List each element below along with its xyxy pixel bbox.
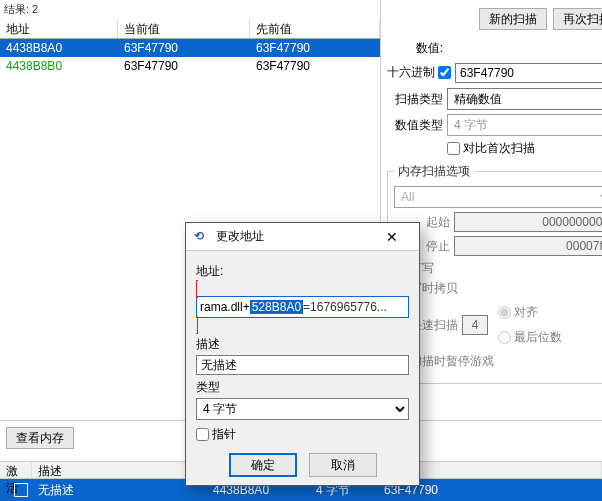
- dialog-title: 更改地址: [216, 228, 373, 245]
- pause-label: 扫描时暂停游戏: [410, 353, 494, 370]
- address-label: 地址:: [196, 263, 409, 280]
- hex-label: 十六进制: [387, 64, 435, 81]
- col-previous[interactable]: 先前值: [250, 19, 380, 38]
- aligned-label: 对齐: [514, 304, 538, 321]
- value-label: 数值:: [387, 40, 443, 57]
- description-input[interactable]: [196, 355, 409, 375]
- address-input[interactable]: rama.dll+ 528B8A0 =1676965776...: [196, 296, 409, 318]
- active-checkbox[interactable]: [14, 483, 28, 497]
- result-count: 结果: 2: [0, 0, 380, 19]
- compare-first-checkbox[interactable]: [447, 142, 460, 155]
- value-type-label: 数值类型: [387, 117, 443, 134]
- lastbits-label: 最后位数: [514, 329, 562, 346]
- cancel-button[interactable]: 取消: [309, 453, 377, 477]
- col-active[interactable]: 激活: [0, 462, 32, 478]
- value-input[interactable]: [455, 63, 602, 83]
- ok-button[interactable]: 确定: [229, 453, 297, 477]
- hex-checkbox[interactable]: [438, 66, 451, 79]
- col-desc[interactable]: 描述: [32, 462, 207, 478]
- type-label: 类型: [196, 379, 409, 396]
- start-input: [454, 212, 602, 232]
- addr-selected: 528B8A0: [250, 300, 303, 314]
- results-header: 地址 当前值 先前值: [0, 19, 380, 39]
- pointer-label: 指针: [212, 426, 236, 443]
- new-scan-button[interactable]: 新的扫描: [479, 8, 547, 30]
- rescan-button[interactable]: 再次扫描: [553, 8, 602, 30]
- memory-scan-legend: 内存扫描选项: [394, 163, 474, 180]
- aligned-radio: [498, 306, 511, 319]
- col-current[interactable]: 当前值: [118, 19, 250, 38]
- stop-input: [454, 236, 602, 256]
- compare-first-label: 对比首次扫描: [463, 140, 535, 157]
- fast-num: [462, 315, 488, 335]
- table-row[interactable]: 4438B8A063F4779063F47790: [0, 39, 380, 57]
- type-select[interactable]: 4 字节: [196, 398, 409, 420]
- scan-type-select[interactable]: 精确数值: [447, 88, 602, 110]
- close-icon[interactable]: ✕: [373, 224, 411, 250]
- addr-prefix: rama.dll+: [200, 300, 250, 314]
- region-select: All: [394, 186, 602, 208]
- pointer-checkbox[interactable]: [196, 428, 209, 441]
- lastbits-radio: [498, 331, 511, 344]
- change-address-dialog: ⟲ 更改地址 ✕ 地址: rama.dll+ 528B8A0 =16769657…: [185, 222, 420, 486]
- view-memory-button[interactable]: 查看内存: [6, 427, 74, 449]
- results-table[interactable]: 4438B8A063F4779063F477904438B8B063F47790…: [0, 39, 380, 75]
- scan-type-label: 扫描类型: [387, 91, 443, 108]
- value-type-select: 4 字节: [447, 114, 602, 136]
- description-label: 描述: [196, 336, 409, 353]
- col-address[interactable]: 地址: [0, 19, 118, 38]
- row-desc: 无描述: [32, 480, 207, 501]
- app-icon: ⟲: [194, 229, 210, 245]
- addr-suffix: =1676965776...: [303, 300, 387, 314]
- table-row[interactable]: 4438B8B063F4779063F47790: [0, 57, 380, 75]
